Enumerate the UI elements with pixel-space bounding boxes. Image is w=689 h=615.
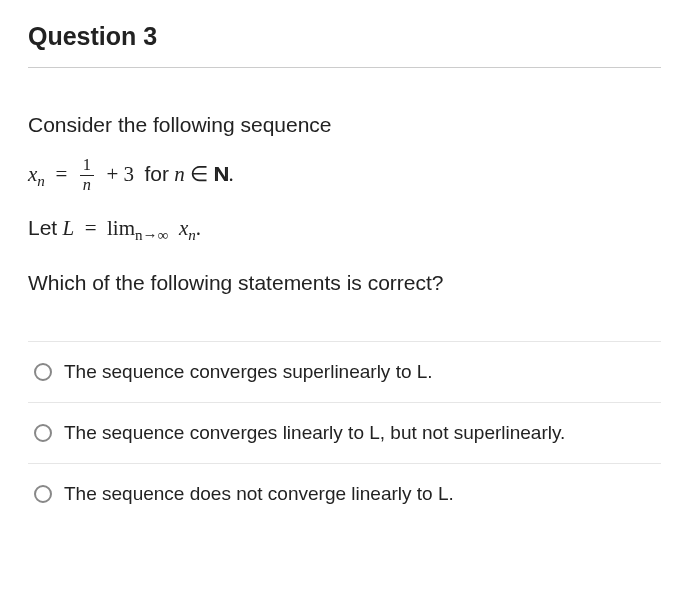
math-eq: = bbox=[55, 162, 67, 186]
math-n: n bbox=[174, 162, 185, 186]
sequence-definition: xn = 1 n + 3 for n ∈ N. bbox=[28, 157, 661, 194]
let-period: . bbox=[196, 216, 201, 240]
option-2[interactable]: The sequence converges linearly to L, bu… bbox=[28, 403, 661, 464]
let-eq: = bbox=[85, 216, 97, 240]
math-natural-set: N bbox=[213, 157, 228, 192]
radio-icon bbox=[34, 424, 52, 442]
math-sub-n: n bbox=[37, 172, 45, 188]
option-3[interactable]: The sequence does not converge linearly … bbox=[28, 464, 661, 524]
let-line: Let L = limn→∞ xn. bbox=[28, 211, 661, 248]
let-lim: lim bbox=[107, 216, 135, 240]
question-container: Question 3 Consider the following sequen… bbox=[0, 0, 689, 552]
let-lim-sub: n→∞ bbox=[135, 227, 168, 243]
option-1[interactable]: The sequence converges superlinearly to … bbox=[28, 342, 661, 403]
radio-icon bbox=[34, 485, 52, 503]
math-frac-den: n bbox=[80, 175, 94, 193]
math-frac-num: 1 bbox=[80, 157, 94, 174]
prompt-text: Which of the following statements is cor… bbox=[28, 266, 661, 301]
question-title: Question 3 bbox=[28, 22, 661, 68]
math-plus3: + 3 bbox=[106, 162, 134, 186]
math-fraction: 1 n bbox=[80, 157, 94, 193]
let-x: x bbox=[179, 216, 188, 240]
math-x: x bbox=[28, 162, 37, 186]
let-xn: n bbox=[188, 227, 196, 243]
intro-text: Consider the following sequence bbox=[28, 108, 661, 143]
options-list: The sequence converges superlinearly to … bbox=[28, 341, 661, 524]
option-label: The sequence converges superlinearly to … bbox=[64, 361, 433, 383]
question-stem: Consider the following sequence xn = 1 n… bbox=[28, 108, 661, 301]
option-label: The sequence converges linearly to L, bu… bbox=[64, 422, 565, 444]
let-word: Let bbox=[28, 216, 57, 239]
radio-icon bbox=[34, 363, 52, 381]
let-L: L bbox=[62, 216, 74, 240]
option-label: The sequence does not converge linearly … bbox=[64, 483, 454, 505]
math-for: for bbox=[145, 162, 170, 185]
math-in: ∈ bbox=[190, 162, 208, 186]
